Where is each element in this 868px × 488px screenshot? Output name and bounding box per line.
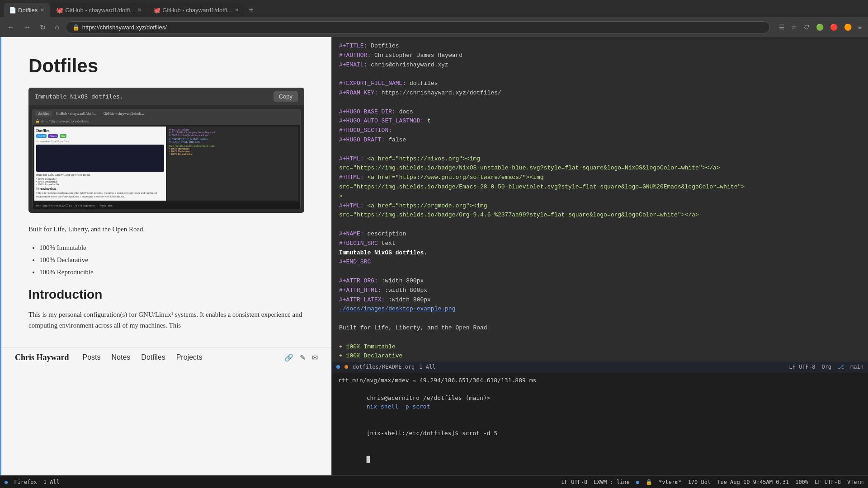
kw-html1: #+HTML: [339,155,367,162]
nav-link-dotfiles[interactable]: Dotfiles [141,353,165,361]
tab-close-github2[interactable]: ✕ [235,7,239,13]
kw-attrlatex: #+ATTR_LATEX: [339,296,388,303]
ss-tagline: Immutable NixOS dotfiles. [36,140,164,143]
ss-body: Dotfiles NixOS Emacs Org Immutable NixOS… [33,125,300,202]
editor-content[interactable]: #+TITLE: Dotfiles #+AUTHOR: Christopher … [332,37,868,361]
status-minor: ⎇ [838,364,844,370]
terminal-cursor: █ [338,446,862,473]
site-nav-icons: 🔗 ✎ ✉ [284,353,318,362]
terminal-section: rtt min/avg/max/mdev = 49.294/186.651/36… [332,373,868,476]
tab-favicon-dotfiles: 📄 [9,7,15,13]
html3-src: src="https://img.shields.io/badge/Org-9.… [339,211,699,218]
menu-button[interactable]: ≡ [856,22,863,33]
roam-val: https://chrishayward.xyz/dotfiles/ [382,89,501,96]
taskbar-firefox: Firefox [14,479,37,485]
extension-4[interactable]: 🟠 [842,22,854,33]
ss-badges: NixOS Emacs Org [36,134,164,138]
tab-github-1[interactable]: 🐙 GitHub - chayward1/dotfi... ✕ [51,3,147,17]
hugobase-val: docs [399,108,413,115]
nav-link-projects[interactable]: Projects [176,353,203,361]
attrlatex-val: :width 800px [388,296,431,303]
taskbar-status-dot: ● [636,479,639,485]
attrhtml-val: :width 800px [385,287,427,294]
html1-val: <a href="https://nixos.org"><img [367,155,480,162]
editor-line-21: #+ATTR_ORG: :width 800px [339,277,861,286]
editor-line-13: src="https://img.shields.io/badge/Emacs-… [339,183,861,192]
taskbar-dot: ● [5,479,8,485]
editor-line-11: src="https://img.shields.io/badge/NixOS-… [339,164,861,173]
src-content: Immutable NixOS dotfiles. [339,249,427,256]
editor-line-16: src="https://img.shields.io/badge/Org-9.… [339,211,861,220]
email-icon[interactable]: ✉ [312,353,318,362]
ss-terminal-bar: Mon Aug 4:45PM 8.22 ☐ LF UTF-8 Org main … [33,202,300,209]
nav-icons: ☰ ☆ 🛡 🟢 🔴 🟠 ≡ [777,22,863,33]
hugoauto-val: t [427,117,431,124]
code-block: Immutable NixOS dotfiles. Copy dotfiles … [28,88,304,213]
ss-term-3: #+EMAIL: chris@chrishayward.xyz [169,134,297,136]
tab-close-github1[interactable]: ✕ [137,7,142,13]
page-body: Dotfiles Immutable NixOS dotfiles. Copy … [1,37,331,347]
system-taskbar: ● Firefox 1 All LF UTF-8 EXWM : line ● 🔒… [0,475,868,488]
lock-icon: 🔒 [72,24,80,31]
tab-title-github2: GitHub - chayward1/dotfi... [162,7,232,14]
home-button[interactable]: ⌂ [52,21,62,33]
prompt-command: nix-shell -p scrot [367,403,430,410]
editor-line-blank3 [339,145,861,155]
ss-term-9: + 100% Reproducible [169,153,297,155]
bookmark-button[interactable]: ☆ [789,22,799,33]
html2-src: src="https://img.shields.io/badge/Emacs-… [339,183,745,190]
taskbar-exwm-mode: EXWM : line [594,479,629,485]
extension-2[interactable]: 🟢 [814,22,826,33]
html2-val: <a href="https://www.gnu.org/software/em… [367,174,543,181]
editor-line-3: #+EMAIL: chris@chrishayward.xyz [339,61,861,70]
copy-button[interactable]: Copy [274,91,298,102]
status-branch: main [850,364,863,370]
editor-line-blank6 [339,314,861,324]
taskbar-battery: 100% [795,479,808,485]
kw-beginsrc: #+BEGIN_SRC [339,240,382,247]
html3-val: <a href="https://orgmode.org"><img [367,202,487,209]
reader-button[interactable]: ☰ [777,22,787,33]
editor-line-23: #+ATTR_LATEX: :width 800px [339,296,861,305]
ss-tab1: dotfiles [35,111,52,117]
list-item-reproducible: 100% Reproducible [39,266,304,278]
nav-link-notes[interactable]: Notes [112,353,131,361]
nix-command: [nix-shell:/etc/dotfiles]$ scrot -d 5 [367,430,498,436]
back-button[interactable]: ← [5,21,17,33]
nav-link-posts[interactable]: Posts [83,353,101,361]
img-link[interactable]: ./docs/images/desktop-example.png [339,305,455,312]
address-bar[interactable]: 🔒 https://chrishayward.xyz/dotfiles/ [66,21,770,33]
refresh-button[interactable]: ↻ [37,21,48,33]
editor-panel: #+TITLE: Dotfiles #+AUTHOR: Christopher … [331,37,868,475]
taskbar-1all: 1 All [43,479,60,485]
site-name: Chris Hayward [15,353,69,362]
editor-line-15: #+HTML: <a href="https://orgmode.org"><i… [339,202,861,211]
intro-section-title: Introduction [28,287,304,302]
tab-github-2[interactable]: 🐙 GitHub - chayward1/dotfi... ✕ [148,3,244,17]
editor-line-17: #+NAME: description [339,230,861,239]
editor-line-4: #+EXPORT_FILE_NAME: dotfiles [339,79,861,89]
forward-button[interactable]: → [21,21,33,33]
code-block-label: Immutable NixOS dotfiles. [35,93,123,100]
editor-line-6: #+HUGO_BASE_DIR: docs [339,108,861,117]
main-content: Dotfiles Immutable NixOS dotfiles. Copy … [0,37,868,475]
body-text-1: Built for Life, Liberty, and the Open Ro… [28,224,304,235]
extension-3[interactable]: 🔴 [828,22,840,33]
github-icon[interactable]: 🔗 [284,353,293,362]
screenshot-tabs: dotfiles GitHub - chayward1/dotfi... Git… [33,109,300,118]
editor-line-24: ./docs/images/desktop-example.png [339,305,861,314]
tab-dotfiles[interactable]: 📄 Dotfiles ✕ [4,3,50,17]
name-val: description [367,230,406,237]
editor-line-22: #+ATTR_HTML: :width 800px [339,286,861,296]
mastodon-icon[interactable]: ✎ [300,353,306,362]
built-text: Built for Life, Liberty, and the Open Ro… [339,324,491,331]
tab-close-dotfiles[interactable]: ✕ [40,7,44,13]
taskbar-vterm-label: *vterm* [659,479,682,485]
extension-1[interactable]: 🛡 [802,22,811,33]
kw-hugoauto: #+HUGO_AUTO_SET_LASTMOD: [339,117,427,124]
tab-favicon-github1: 🐙 [56,7,62,13]
list-declarative: + 100% Declarative [339,352,402,359]
editor-line-blank2 [339,98,861,108]
ss-terminal: #+TITLE: Dotfiles #+AUTHOR: Christopher … [167,127,298,201]
new-tab-button[interactable]: + [245,5,257,15]
